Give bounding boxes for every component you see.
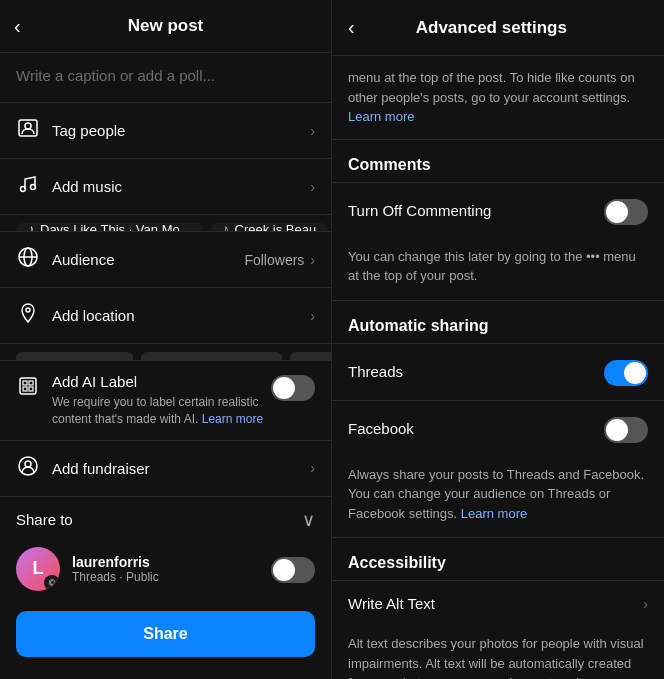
music-pill-2[interactable]: ♪ Creek is Beau [211,223,329,232]
add-music-label: Add music [52,178,122,195]
add-location-row[interactable]: Add location › [0,288,331,344]
audience-chevron: › [310,252,315,268]
music-icon [16,173,40,200]
music-pill-1-text: Days Like This · Van Mo... [40,222,191,233]
tag-people-label: Tag people [52,122,125,139]
svg-rect-9 [23,381,27,385]
tag-people-row[interactable]: Tag people › [0,103,331,159]
svg-point-2 [21,187,26,192]
audience-icon [16,246,40,273]
facebook-learn-more-link[interactable]: Learn more [461,506,527,521]
audience-label: Audience [52,251,115,268]
threads-label: Threads [348,363,403,380]
caption-placeholder: Write a caption or add a poll... [16,67,215,84]
avatar: L © [16,547,60,591]
audience-row[interactable]: Audience Followers › [0,232,331,288]
svg-point-14 [25,461,31,467]
auto-sharing-section-title: Automatic sharing [332,301,664,343]
music-pill-2-text: Creek is Beau [235,222,317,233]
caption-area[interactable]: Write a caption or add a poll... [0,53,331,103]
user-subtitle: Threads · Public [72,570,159,584]
left-bottom-indicator [0,673,331,679]
accessibility-section: Accessibility Write Alt Text › Alt text … [332,538,664,679]
add-location-label: Add location [52,307,135,324]
turn-off-commenting-label: Turn Off Commenting [348,202,491,219]
page-title: New post [128,16,204,36]
share-button[interactable]: Share [16,611,315,657]
intro-text: menu at the top of the post. To hide lik… [332,56,664,140]
facebook-row: Facebook [332,400,664,457]
ai-label-desc: We require you to label certain realisti… [52,394,271,428]
ai-label-icon [16,375,40,402]
comments-section-title: Comments [332,140,664,182]
left-panel: ‹ New post Write a caption or add a poll… [0,0,332,679]
add-music-row[interactable]: Add music › [0,159,331,215]
svg-rect-8 [20,378,36,394]
svg-rect-11 [23,387,27,391]
advanced-back-button[interactable]: ‹ [348,16,355,39]
username: laurenforris [72,554,159,570]
share-to-header[interactable]: Share to ∨ [0,497,331,539]
alt-text-desc: Alt text describes your photos for peopl… [332,626,664,679]
turn-off-commenting-row: Turn Off Commenting [332,182,664,239]
audience-value: Followers [244,252,304,268]
share-to-chevron: ∨ [302,509,315,531]
music-note-icon-2: ♪ [223,222,229,232]
location-tag-1[interactable]: Long Island City [16,352,133,361]
svg-point-1 [25,123,31,129]
add-music-chevron: › [310,179,315,195]
left-header: ‹ New post [0,0,331,53]
turn-off-commenting-toggle[interactable] [604,199,648,225]
location-tag-2[interactable]: New York, New York [141,352,282,361]
fundraiser-icon [16,455,40,482]
ai-learn-more-link[interactable]: Learn more [202,412,263,426]
alt-text-label: Write Alt Text [348,595,435,612]
svg-point-3 [31,185,36,190]
user-share-toggle[interactable] [271,557,315,583]
svg-rect-10 [29,381,33,385]
comments-section: Comments Turn Off Commenting You can cha… [332,140,664,301]
music-note-icon-1: ♪ [28,222,34,232]
commenting-desc: You can change this later by going to th… [332,239,664,301]
back-button[interactable]: ‹ [14,15,21,38]
location-icon [16,302,40,329]
intro-learn-more-link[interactable]: Learn more [348,109,414,124]
alt-text-chevron: › [643,596,648,612]
advanced-title: Advanced settings [367,18,616,38]
right-panel: ‹ Advanced settings menu at the top of t… [332,0,664,679]
facebook-desc: Always share your posts to Threads and F… [332,457,664,539]
facebook-label: Facebook [348,420,414,437]
location-tags: Long Island City New York, New York Manh [0,344,331,361]
tag-people-chevron: › [310,123,315,139]
user-row: L © laurenforris Threads · Public [0,539,331,603]
threads-toggle[interactable] [604,360,648,386]
ai-label-title: Add AI Label [52,373,271,390]
threads-row: Threads [332,343,664,400]
alt-text-row[interactable]: Write Alt Text › [332,580,664,626]
avatar-badge: © [44,575,60,591]
facebook-toggle[interactable] [604,417,648,443]
music-strip: ♪ Days Like This · Van Mo... ♪ Creek is … [0,215,331,232]
add-fundraiser-row[interactable]: Add fundraiser › [0,441,331,497]
location-chevron: › [310,308,315,324]
tag-people-icon [16,117,40,144]
accessibility-section-title: Accessibility [332,538,664,580]
right-header: ‹ Advanced settings [332,0,664,56]
music-pill-1[interactable]: ♪ Days Like This · Van Mo... [16,223,203,232]
fundraiser-chevron: › [310,460,315,476]
auto-sharing-section: Automatic sharing Threads Facebook Alway… [332,301,664,539]
ai-label-row: Add AI Label We require you to label cer… [0,361,331,441]
svg-rect-12 [29,387,33,391]
share-to-label: Share to [16,511,73,528]
add-fundraiser-label: Add fundraiser [52,460,150,477]
svg-point-7 [26,308,30,312]
location-tag-3[interactable]: Manh [290,352,331,361]
ai-label-toggle[interactable] [271,375,315,401]
